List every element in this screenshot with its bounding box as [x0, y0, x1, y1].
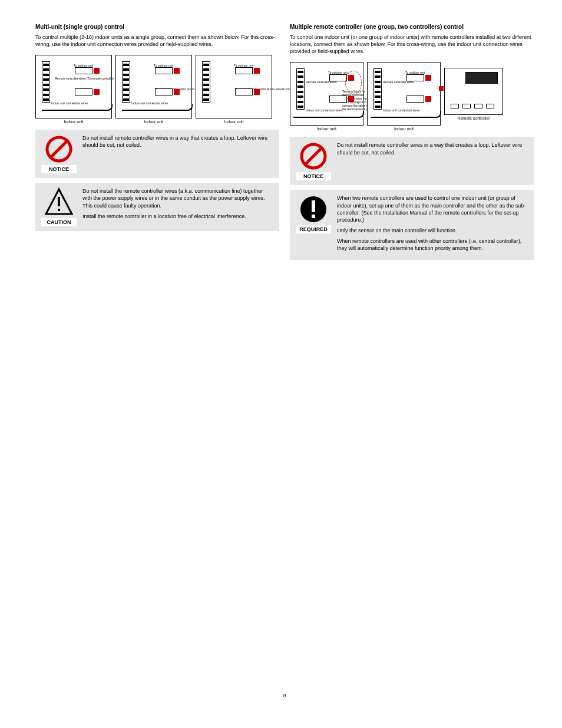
remote-controller-box [444, 68, 503, 115]
unit-caption: Indoor unit [367, 127, 441, 131]
unit-caption: Indoor unit [115, 120, 192, 124]
left-intro: To control multiple (2-16) indoor units … [35, 34, 279, 48]
caution-label: CAUTION [41, 218, 77, 226]
required-text: When remote controllers are used with ot… [337, 238, 528, 252]
remote-caption: Remote controller [444, 116, 503, 120]
indoor-unit-box: To outdoor unit Remote controller wires … [196, 55, 272, 118]
svg-line-1 [51, 141, 67, 157]
indoor-unit-box: To outdoor unit Remote controller wires … [290, 62, 363, 126]
notice-text: Do not install remote controller wires i… [337, 141, 528, 156]
prohibition-icon [299, 141, 328, 171]
unit-caption: Indoor unit [290, 127, 363, 131]
caution-text: Install the remote controller in a locat… [82, 213, 273, 220]
prohibition-icon [44, 134, 74, 164]
indoor-unit-box: To outdoor unit Remote controller wires … [115, 55, 192, 118]
unit-caption: Indoor unit [196, 120, 272, 124]
caution-triangle-icon [44, 187, 74, 217]
required-box: REQUIRED When two remote controllers are… [290, 190, 534, 260]
caution-text: Do not install the remote controller wir… [82, 187, 273, 209]
required-text: Only the sensor on the main controller w… [337, 227, 528, 234]
diagram-label: Remote controller wires (To remote contr… [55, 77, 114, 80]
svg-rect-9 [312, 215, 315, 218]
svg-rect-8 [312, 200, 315, 212]
required-text: When two remote controllers are used to … [337, 195, 528, 223]
right-intro: To control one indoor unit (or one group… [290, 34, 534, 55]
right-heading: Multiple remote controller (one group, t… [290, 24, 534, 30]
notice-label: NOTICE [41, 165, 77, 173]
notice-text: Do not install remote controller wires i… [82, 134, 273, 149]
left-column: Multi-unit (single group) control To con… [35, 24, 279, 657]
left-wiring-diagram: To outdoor unit Remote controller wires … [35, 55, 279, 124]
required-label: REQUIRED [296, 225, 331, 233]
indoor-unit-box: To outdoor unit Remote controller wires … [367, 62, 441, 126]
svg-line-6 [305, 148, 322, 164]
indoor-unit-box: To outdoor unit Remote controller wires … [35, 55, 112, 118]
caution-box: CAUTION Do not install the remote contro… [35, 183, 279, 231]
notice-label: NOTICE [296, 172, 331, 180]
right-wiring-diagram: To outdoor unit Remote controller wires … [290, 62, 534, 131]
notice-box: NOTICE Do not install remote controller … [290, 137, 534, 185]
right-column: Multiple remote controller (one group, t… [290, 24, 534, 657]
unit-caption: Indoor unit [35, 120, 112, 124]
svg-rect-4 [58, 209, 60, 211]
notice-box: NOTICE Do not install remote controller … [35, 130, 279, 178]
left-heading: Multi-unit (single group) control [35, 24, 279, 30]
page-number: 9 [35, 657, 534, 699]
svg-rect-3 [58, 197, 60, 206]
required-exclamation-icon [299, 195, 328, 224]
